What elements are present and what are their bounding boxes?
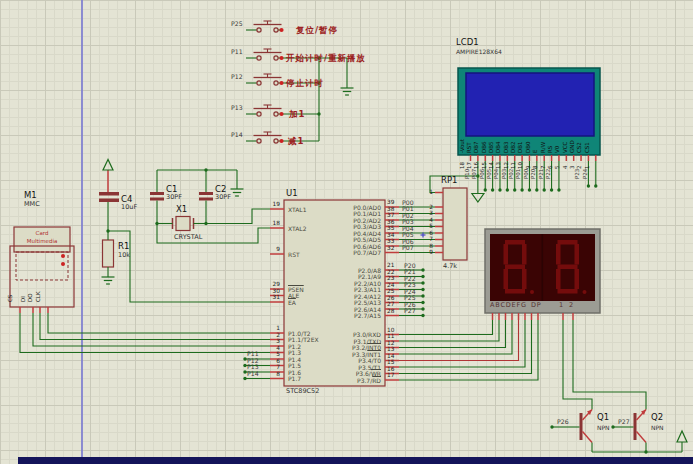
sevenseg-digit-2 [575, 269, 580, 289]
wire[interactable] [399, 320, 493, 335]
ground-icon[interactable] [472, 194, 484, 203]
sevenseg-digit-1 [522, 269, 527, 289]
wire[interactable] [33, 313, 270, 346]
wire[interactable] [399, 320, 512, 354]
wire-net-label[interactable]: P23 [574, 169, 581, 179]
c4-value[interactable]: 10uF [121, 204, 137, 211]
u1-pin-number: 32 [387, 245, 394, 252]
resistor-r1[interactable] [103, 240, 114, 267]
wire-net-label[interactable]: P10 [464, 169, 471, 179]
m1-ref[interactable]: M1 [24, 191, 37, 200]
u1-pin-name: RST [288, 251, 300, 258]
wire-net-label[interactable]: P05 [486, 169, 493, 179]
wire-net-label[interactable]: P20 [530, 169, 537, 179]
c2-value[interactable]: 30PF [215, 194, 231, 201]
mmc-card-text-line1: Card [14, 230, 70, 237]
wire[interactable] [40, 313, 270, 340]
capacitor-c4[interactable] [99, 192, 119, 196]
sevenseg-digit-2 [556, 269, 561, 289]
wire-net-label[interactable]: P24 [582, 169, 589, 179]
wire-net-label[interactable]: P06 [479, 169, 486, 179]
capacitor-c1[interactable] [150, 198, 164, 201]
pushbutton[interactable] [274, 56, 278, 60]
sevenseg-divider [542, 234, 544, 301]
transistor-q2[interactable] [637, 432, 647, 443]
capacitor-c1[interactable] [150, 192, 164, 195]
pushbutton[interactable] [257, 56, 261, 60]
button-net-label[interactable]: P12 [231, 73, 243, 80]
pushbutton[interactable] [274, 28, 278, 32]
u1-pin-name: P1.7 [288, 375, 301, 382]
c1-value[interactable]: 30PF [166, 194, 182, 201]
mmc-socket-dashed [16, 252, 68, 280]
button-net-label[interactable]: P13 [231, 104, 243, 111]
resistor-pack-body[interactable] [443, 188, 467, 260]
button-net-label[interactable]: P25 [231, 20, 243, 27]
wire[interactable] [399, 320, 499, 341]
wire-net-label[interactable]: P27 [404, 307, 416, 314]
q2-ref[interactable]: Q2 [651, 413, 663, 422]
wire[interactable] [399, 320, 538, 380]
u1-pin-number: 19 [266, 201, 280, 208]
rp1-ref[interactable]: RP1 [441, 176, 457, 185]
wire-net-label[interactable]: P03 [501, 169, 508, 179]
m1-part[interactable]: MMC [24, 201, 40, 208]
wire-net-label[interactable]: P04 [493, 169, 500, 179]
r1-ref[interactable]: R1 [118, 242, 129, 251]
q1-base-net-label[interactable]: P26 [557, 418, 569, 425]
button-net-label[interactable]: P11 [231, 48, 243, 55]
button-annotation[interactable]: 停止计时 [286, 78, 324, 88]
wire[interactable] [108, 231, 270, 302]
capacitor-c4[interactable] [99, 199, 119, 203]
button-annotation[interactable]: 加1 [289, 109, 305, 119]
lcd-part[interactable]: AMPIRE128X64 [456, 48, 502, 55]
wire[interactable] [399, 320, 506, 348]
button-annotation[interactable]: 复位/暂停 [296, 25, 338, 35]
pushbutton[interactable] [274, 112, 278, 116]
pushbutton[interactable] [257, 112, 261, 116]
power-terminal-icon[interactable] [677, 431, 687, 442]
button-annotation[interactable]: 开始计时/重新播放 [286, 53, 366, 63]
x1-value[interactable]: CRYSTAL [174, 234, 202, 241]
pushbutton[interactable] [257, 28, 261, 32]
wire-net-label[interactable]: P07 [402, 244, 414, 251]
wire-net-label[interactable]: P22 [545, 169, 552, 179]
crystal-x1[interactable] [176, 217, 190, 231]
pushbutton[interactable] [274, 81, 278, 85]
q2-base-net-label[interactable]: P27 [618, 418, 630, 425]
button-annotation[interactable]: 减1 [288, 136, 304, 146]
lcd-ref[interactable]: LCD1 [456, 38, 479, 47]
wire[interactable] [573, 320, 646, 410]
q2-type[interactable]: NPN [651, 424, 664, 431]
sevenseg-digit-2 [558, 240, 578, 245]
wire-net-label[interactable]: P21 [538, 169, 545, 179]
transistor-q1[interactable] [583, 432, 593, 443]
wire-net-label[interactable]: P14 [247, 370, 259, 377]
wire-net-label[interactable]: P07 [471, 169, 478, 179]
wire[interactable] [48, 313, 270, 333]
r1-value[interactable]: 10k [118, 252, 130, 259]
q1-ref[interactable]: Q1 [597, 413, 609, 422]
wire-net-label[interactable]: P01 [515, 169, 522, 179]
capacitor-c2[interactable] [199, 192, 213, 195]
pushbutton[interactable] [257, 139, 261, 143]
u1-part[interactable]: STC89C52 [286, 388, 319, 395]
rp1-value[interactable]: 4.7k [443, 263, 457, 270]
x1-ref[interactable]: X1 [176, 205, 187, 214]
u1-ref[interactable]: U1 [286, 189, 298, 198]
lcd-pin-name: RST [466, 142, 473, 153]
power-terminal-icon[interactable] [103, 160, 113, 171]
pushbutton[interactable] [257, 81, 261, 85]
schematic-canvas[interactable]: U1 STC89C52 LCD1 AMPIRE128X64 RP1 4.7k M… [0, 0, 693, 464]
junction-dot [491, 188, 494, 191]
transistor-q1[interactable] [580, 413, 583, 440]
wire[interactable] [206, 201, 270, 224]
q1-type[interactable]: NPN [597, 424, 610, 431]
pushbutton[interactable] [274, 139, 278, 143]
transistor-q2[interactable] [634, 413, 637, 440]
sevenseg-segment-labels: ABCDEFG [490, 301, 527, 309]
wire[interactable] [563, 320, 592, 410]
button-net-label[interactable]: P14 [231, 131, 243, 138]
wire-net-label[interactable]: P00 [523, 169, 530, 179]
capacitor-c2[interactable] [199, 198, 213, 201]
